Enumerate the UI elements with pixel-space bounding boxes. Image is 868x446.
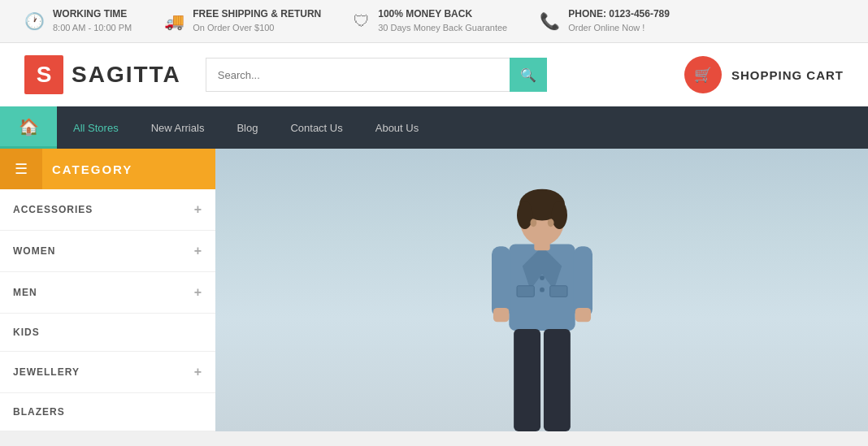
- cart-icon-wrap: 🛒: [684, 56, 722, 93]
- hamburger-icon: ☰: [15, 160, 28, 178]
- moneyback-subtitle: 30 Days Money Back Guarantee: [378, 23, 507, 32]
- expand-icon-men: +: [194, 285, 202, 300]
- category-item-label: ACCESSORIES: [13, 204, 93, 215]
- svg-rect-16: [493, 308, 508, 322]
- category-item-blazers[interactable]: BLAZERS: [0, 393, 215, 431]
- logo-letter: S: [37, 62, 52, 88]
- svg-point-2: [517, 201, 532, 229]
- sidebar: ☰ CATEGORY ACCESSORIES + WOMEN + MEN + K…: [0, 149, 215, 431]
- expand-icon-jewellery: +: [194, 365, 202, 379]
- nav-item-blog[interactable]: Blog: [220, 106, 274, 149]
- category-header: ☰ CATEGORY: [0, 149, 215, 189]
- svg-point-11: [540, 288, 545, 292]
- category-item-label: MEN: [13, 287, 37, 298]
- search-button[interactable]: 🔍: [510, 58, 547, 92]
- nav-item-newarrivals[interactable]: New Arrials: [135, 106, 221, 149]
- category-item-men[interactable]: MEN +: [0, 272, 215, 314]
- cart-icon: 🛒: [694, 66, 712, 84]
- category-list: ACCESSORIES + WOMEN + MEN + KIDS JEWELLE…: [0, 189, 215, 431]
- moneyback-title: 100% MONEY BACK: [378, 8, 507, 19]
- top-bar: 🕐 WORKING TIME 8:00 AM - 10:00 PM 🚚 FREE…: [0, 0, 868, 43]
- category-item-jewellery[interactable]: JEWELLERY +: [0, 352, 215, 393]
- working-time-subtitle: 8:00 AM - 10:00 PM: [53, 23, 132, 32]
- nav-item-allstores[interactable]: All Stores: [57, 106, 135, 149]
- phone-info: 📞 PHONE: 0123-456-789 Order Online Now !: [540, 8, 670, 34]
- svg-rect-13: [549, 286, 566, 297]
- shield-icon: 🛡: [354, 12, 370, 31]
- svg-point-5: [547, 219, 553, 227]
- svg-point-10: [540, 275, 545, 280]
- main-nav: 🏠 All Stores New Arrials Blog Contact Us…: [0, 106, 868, 149]
- shipping-subtitle: On Order Over $100: [193, 23, 274, 32]
- cart-area[interactable]: 🛒 SHOPPING CART: [684, 56, 844, 93]
- truck-icon: 🚚: [164, 11, 184, 31]
- cart-label: SHOPPING CART: [731, 68, 844, 82]
- logo-icon-box: S: [24, 55, 63, 94]
- search-bar: 🔍: [206, 58, 547, 92]
- category-item-label: WOMEN: [13, 245, 55, 257]
- clock-icon: 🕐: [24, 11, 45, 31]
- header: S SAGITTA 🔍 🛒 SHOPPING CART: [0, 43, 868, 106]
- nav-item-aboutus[interactable]: About Us: [359, 106, 435, 149]
- category-item-label: JEWELLERY: [13, 366, 80, 378]
- nav-item-contactus[interactable]: Contact Us: [274, 106, 358, 149]
- svg-rect-19: [543, 329, 570, 431]
- category-menu-icon: ☰: [0, 149, 42, 189]
- svg-point-4: [530, 219, 536, 227]
- phone-subtitle: Order Online Now !: [568, 23, 644, 32]
- svg-rect-14: [492, 246, 510, 317]
- main-content: ☰ CATEGORY ACCESSORIES + WOMEN + MEN + K…: [0, 149, 868, 431]
- search-input[interactable]: [206, 58, 510, 92]
- shipping-info: 🚚 FREE SHIPPING & RETURN On Order Over $…: [164, 8, 321, 34]
- shipping-title: FREE SHIPPING & RETURN: [193, 8, 321, 19]
- hero-figure: [436, 180, 648, 431]
- svg-point-3: [551, 201, 566, 229]
- moneyback-info: 🛡 100% MONEY BACK 30 Days Money Back Gua…: [354, 8, 507, 34]
- svg-rect-15: [573, 246, 592, 317]
- expand-icon-women: +: [194, 244, 202, 258]
- category-title: CATEGORY: [42, 162, 132, 176]
- working-time-info: 🕐 WORKING TIME 8:00 AM - 10:00 PM: [24, 8, 132, 34]
- working-time-title: WORKING TIME: [53, 8, 132, 19]
- category-item-kids[interactable]: KIDS: [0, 314, 215, 352]
- nav-items: All Stores New Arrials Blog Contact Us A…: [57, 106, 435, 149]
- expand-icon-accessories: +: [194, 202, 202, 217]
- phone-icon: 📞: [540, 11, 560, 31]
- search-icon: 🔍: [520, 67, 536, 83]
- svg-rect-12: [517, 286, 534, 297]
- home-icon: 🏠: [19, 117, 39, 136]
- category-item-women[interactable]: WOMEN +: [0, 231, 215, 272]
- nav-home-button[interactable]: 🏠: [0, 106, 57, 149]
- svg-rect-17: [575, 308, 590, 322]
- svg-rect-18: [514, 329, 540, 431]
- category-item-label: KIDS: [13, 327, 40, 338]
- svg-rect-20: [534, 241, 549, 251]
- phone-title: PHONE: 0123-456-789: [568, 8, 670, 19]
- logo-link[interactable]: S SAGITTA: [24, 55, 181, 94]
- hero-banner: [215, 149, 868, 431]
- logo-text: SAGITTA: [72, 62, 181, 88]
- category-item-accessories[interactable]: ACCESSORIES +: [0, 189, 215, 231]
- category-item-label: BLAZERS: [13, 406, 65, 418]
